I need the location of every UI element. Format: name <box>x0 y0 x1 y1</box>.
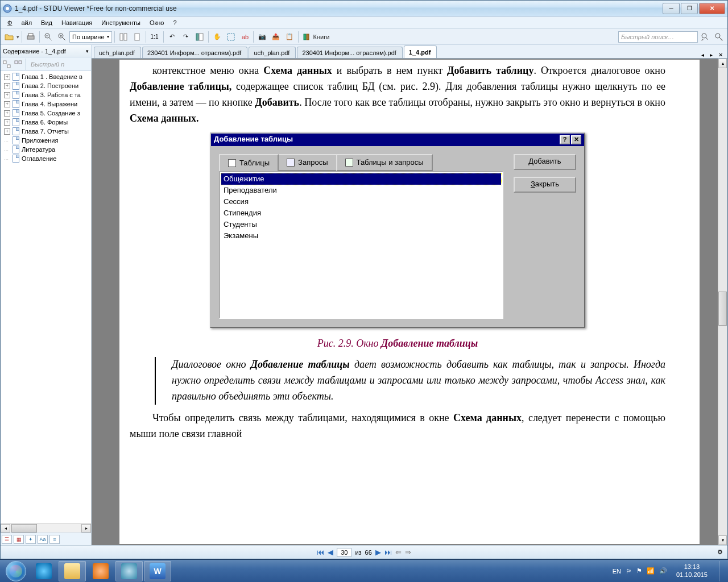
page-number-input[interactable]: 30 <box>337 548 351 557</box>
list-item: Стипендия <box>221 207 501 219</box>
select-tool-button[interactable] <box>225 31 237 43</box>
document-tab[interactable]: 1_4.pdf <box>404 45 437 58</box>
task-media[interactable] <box>87 561 114 581</box>
content-area: uch_plan.pdf 230401 Информ... отраслям).… <box>92 45 727 545</box>
tree-collapse-button[interactable] <box>13 59 23 69</box>
tree-item[interactable]: +Глава 1 . Введение в <box>2 72 90 81</box>
last-page-button[interactable]: ⏭ <box>384 548 392 556</box>
tree-item[interactable]: +Глава 7. Отчеты <box>2 127 90 136</box>
task-stdu[interactable] <box>115 561 143 581</box>
sidebar-tab-search[interactable]: Aа <box>38 535 48 544</box>
first-page-button[interactable]: ⏮ <box>317 548 324 556</box>
tree-item[interactable]: Оглавление <box>2 154 90 163</box>
document-icon <box>13 100 19 108</box>
expand-icon[interactable]: + <box>4 119 10 126</box>
tab-next-button[interactable]: ▸ <box>708 52 715 58</box>
tree-item[interactable]: +Глава 2. Построени <box>2 81 90 90</box>
next-page-button[interactable]: ▶ <box>375 548 381 556</box>
list-item: Сессия <box>221 196 501 207</box>
rotate-left-button[interactable]: ↶ <box>166 31 179 43</box>
sidebar-quick-search[interactable]: Быстрый п <box>28 61 64 68</box>
expand-icon[interactable]: + <box>4 101 10 107</box>
svg-rect-26 <box>15 61 18 64</box>
expand-icon[interactable]: + <box>4 83 10 89</box>
tree-item[interactable]: Приложения <box>2 136 90 145</box>
tree-item[interactable]: +Глава 6. Формы <box>2 118 90 127</box>
search-next-button[interactable] <box>713 31 725 43</box>
prev-page-button[interactable]: ◀ <box>328 548 333 556</box>
sidebar-tab-text[interactable]: ≡ <box>49 535 60 544</box>
snapshot-button[interactable]: 📷 <box>256 31 268 43</box>
menu-file[interactable]: Файл <box>3 18 36 27</box>
copy-button[interactable]: 📋 <box>283 31 296 43</box>
menu-help[interactable]: ? <box>168 18 181 27</box>
sidebar-tab-contents[interactable]: ☰ <box>2 535 12 544</box>
clock[interactable]: 13:13 01.10.2015 <box>672 563 712 578</box>
tab-close-button[interactable]: ✕ <box>716 52 725 58</box>
tab-prev-button[interactable]: ◂ <box>699 52 706 58</box>
svg-rect-15 <box>199 34 203 40</box>
menu-tools[interactable]: Инструменты <box>97 18 145 27</box>
document-viewport[interactable]: контекстное меню окна Схема данных и выб… <box>92 59 727 545</box>
quick-search-input[interactable]: Быстрый поиск… <box>618 31 698 43</box>
books-button[interactable] <box>301 31 313 43</box>
page-layout-2-button[interactable] <box>131 31 143 43</box>
expand-icon[interactable]: + <box>4 74 10 80</box>
svg-rect-2 <box>27 36 34 39</box>
document-icon <box>13 136 19 144</box>
zoom-in-button[interactable] <box>56 31 68 43</box>
task-explorer[interactable] <box>59 561 86 581</box>
vertical-scrollbar[interactable]: ▴ ▾ <box>718 59 727 545</box>
sidebar-hscrollbar[interactable]: ◂▸ <box>1 523 91 533</box>
document-tab[interactable]: uch_plan.pdf <box>94 47 141 58</box>
menubar: Файл Вид Навигация Инструменты Окно ? <box>1 16 727 29</box>
document-tab[interactable]: uch_plan.pdf <box>249 47 296 58</box>
expand-icon[interactable]: + <box>4 110 10 117</box>
close-button[interactable]: ✕ <box>699 3 725 14</box>
maximize-button[interactable]: ❐ <box>681 3 698 14</box>
zoom-out-button[interactable] <box>42 31 55 43</box>
toggle-sidebar-button[interactable] <box>193 31 206 43</box>
menu-view[interactable]: Вид <box>36 18 57 27</box>
page-layout-1-button[interactable] <box>117 31 130 43</box>
svg-rect-14 <box>196 34 198 40</box>
task-word[interactable]: W <box>144 561 171 581</box>
rotate-right-button[interactable]: ↷ <box>180 31 192 43</box>
expand-icon[interactable]: + <box>4 128 10 135</box>
document-tab[interactable]: 230401 Информ... отраслям).pdf <box>297 47 402 58</box>
menu-navigation[interactable]: Навигация <box>57 18 97 27</box>
print-button[interactable] <box>24 31 37 43</box>
ratio-button[interactable]: 1:1 <box>148 31 161 43</box>
sidebar-tab-bookmarks[interactable]: ✦ <box>26 535 36 544</box>
export-button[interactable]: 📤 <box>270 31 282 43</box>
settings-icon[interactable]: ⚙ <box>717 548 723 556</box>
tree-item[interactable]: +Глава 4. Выражени <box>2 99 90 109</box>
tree-item[interactable]: Литература <box>2 145 90 154</box>
minimize-button[interactable]: ─ <box>663 3 680 14</box>
start-button[interactable] <box>2 561 30 581</box>
nav-back-button[interactable]: ⇐ <box>395 548 402 556</box>
tray-action-center-icon[interactable]: ⚑ <box>636 567 642 575</box>
text-select-button[interactable]: ab <box>238 31 251 43</box>
scrollbar-thumb[interactable] <box>718 292 727 326</box>
tree-item[interactable]: +Глава 3. Работа с та <box>2 90 90 99</box>
search-prev-button[interactable] <box>699 31 712 43</box>
zoom-mode-dropdown[interactable]: По ширине▾ <box>69 31 112 43</box>
tree-item[interactable]: +Глава 5. Создание з <box>2 109 90 118</box>
tree-expand-button[interactable] <box>2 59 12 69</box>
tray-network-icon[interactable]: 📶 <box>647 567 655 575</box>
pager: ⏮ ◀ 30 из 66 ▶ ⏭ ⇐ ⇒ <box>317 548 411 557</box>
tray-flag-icon[interactable]: 🏳 <box>626 568 632 575</box>
tree-item-label: Глава 1 . Введение в <box>22 73 82 80</box>
hand-tool-button[interactable]: ✋ <box>211 31 224 43</box>
nav-forward-button[interactable]: ⇒ <box>405 548 411 556</box>
open-button[interactable] <box>3 31 15 43</box>
lang-indicator[interactable]: EN <box>613 568 621 575</box>
expand-icon[interactable]: + <box>4 92 10 98</box>
document-tab[interactable]: 230401 Информ... отраслям).pdf <box>142 47 247 58</box>
task-ie[interactable] <box>30 561 57 581</box>
show-desktop-button[interactable] <box>719 561 726 581</box>
tray-volume-icon[interactable]: 🔊 <box>659 567 667 575</box>
menu-window[interactable]: Окно <box>145 18 169 27</box>
sidebar-tab-thumbs[interactable]: ▦ <box>14 535 24 544</box>
